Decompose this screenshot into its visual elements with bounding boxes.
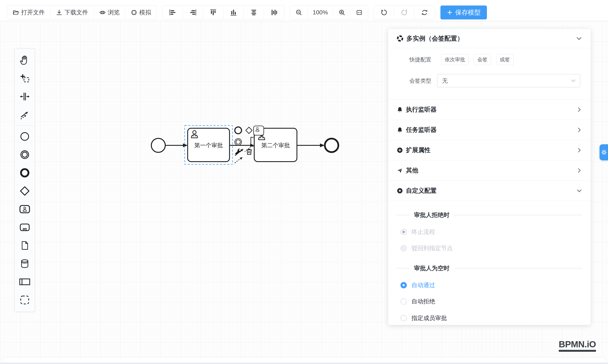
radio-icon[interactable] — [400, 229, 407, 235]
zoom-group: 100% — [290, 5, 368, 19]
append-end-event-icon[interactable] — [235, 127, 241, 134]
bpmn-modeler-app: 打开文件 下载文件 浏览 模 — [0, 0, 608, 364]
download-file-button[interactable]: 下载文件 — [51, 6, 94, 19]
radio-auto-reject[interactable]: 自动拒绝 — [388, 294, 591, 309]
distribute-rows-button[interactable] — [244, 6, 264, 19]
palette-participant-pool[interactable] — [14, 273, 35, 291]
empty-approver-subheader-title: 审批人为空时 — [414, 264, 449, 272]
quick-option-sequential-button[interactable]: 依次审批 — [441, 54, 469, 65]
zoom-level: 100% — [307, 6, 333, 19]
sequence-flow-3[interactable] — [297, 143, 325, 147]
palette-space-tool[interactable] — [14, 88, 35, 106]
fit-viewport-icon — [356, 9, 362, 16]
undo-button[interactable] — [374, 6, 394, 19]
palette-group[interactable] — [14, 291, 35, 309]
append-gateway-icon[interactable] — [246, 127, 252, 133]
panel-header[interactable]: 多实例（会签配置） — [388, 29, 591, 48]
align-bottom-button[interactable] — [223, 6, 244, 19]
reset-button[interactable] — [414, 6, 435, 19]
section-custom-config[interactable]: 自定义配置 — [388, 181, 591, 201]
palette-hand-tool[interactable] — [14, 51, 35, 69]
palette-global-connect-tool[interactable] — [14, 106, 35, 124]
save-model-button[interactable]: 保存模型 — [440, 5, 487, 19]
gear-icon — [601, 149, 607, 156]
quick-option-countersign-button[interactable]: 会签 — [474, 54, 491, 65]
sequence-flow-2[interactable] — [229, 144, 254, 147]
open-file-button[interactable]: 打开文件 — [7, 6, 51, 19]
radio-auto-pass[interactable]: 自动通过 — [388, 278, 591, 293]
chip-icon — [131, 9, 137, 16]
reject-subheader: 审批人拒绝时 — [388, 208, 591, 222]
radio-icon[interactable] — [400, 298, 407, 305]
task-first-approval[interactable]: 第一个审批 — [188, 128, 229, 162]
radio-label: 自动拒绝 — [411, 298, 435, 305]
reject-subheader-title: 审批人拒绝时 — [414, 211, 449, 219]
redo-button[interactable] — [394, 6, 414, 19]
save-model-label: 保存模型 — [455, 8, 481, 17]
section-execution-listener[interactable]: 执行监听器 — [388, 100, 591, 120]
radio-icon[interactable] — [400, 245, 407, 251]
browse-label: 浏览 — [108, 8, 120, 16]
delete-trash-icon[interactable] — [246, 149, 252, 155]
plus-circle-icon — [397, 147, 403, 153]
section-task-listener[interactable]: 任务监听器 — [388, 120, 591, 140]
quick-option-orsign-button[interactable]: 或签 — [496, 54, 514, 65]
palette-lasso-tool[interactable] — [14, 69, 35, 88]
zoom-in-button[interactable] — [333, 6, 351, 19]
palette-start-event[interactable] — [14, 127, 35, 145]
palette-user-task[interactable] — [14, 200, 35, 218]
radio-icon[interactable] — [400, 315, 407, 321]
redo-icon — [401, 9, 408, 16]
palette-end-event[interactable] — [14, 164, 35, 182]
radio-terminate-process[interactable]: 终止流程 — [388, 225, 591, 239]
horizontal-scrollbar[interactable] — [2, 357, 606, 363]
panel-title: 多实例（会签配置） — [406, 34, 463, 43]
tool-palette — [14, 48, 35, 312]
palette-intermediate-event[interactable] — [14, 145, 35, 164]
open-file-label: 打开文件 — [21, 8, 45, 16]
radio-label: 驳回到指定节点 — [411, 244, 453, 252]
plus-icon — [447, 10, 453, 15]
radio-icon[interactable] — [400, 282, 407, 288]
file-actions-group: 打开文件 下载文件 浏览 模 — [7, 5, 157, 19]
palette-subprocess[interactable] — [14, 218, 35, 236]
browse-button[interactable]: 浏览 — [94, 6, 125, 19]
distribute-rows-icon — [250, 9, 257, 16]
align-top-button[interactable] — [203, 6, 223, 19]
section-other[interactable]: 其他 — [388, 160, 591, 181]
palette-data-store[interactable] — [14, 255, 35, 273]
palette-data-object[interactable] — [14, 236, 35, 255]
distribute-columns-button[interactable] — [264, 6, 284, 19]
align-right-button[interactable] — [183, 6, 203, 19]
quick-config-buttons: 依次审批 会签 或签 — [441, 54, 514, 65]
settings-tab[interactable] — [600, 144, 608, 160]
radio-assign-member[interactable]: 指定成员审批 — [388, 311, 591, 325]
radio-return-to-node[interactable]: 驳回到指定节点 — [388, 241, 591, 256]
undo-icon — [381, 9, 387, 16]
quick-config-row: 快捷配置 依次审批 会签 或签 — [388, 51, 591, 68]
append-intermediate-event-icon[interactable] — [235, 139, 241, 145]
align-left-button[interactable] — [162, 6, 183, 19]
section-extension-properties[interactable]: 扩展属性 — [388, 140, 591, 160]
task2-label: 第二个审批 — [261, 142, 290, 148]
chevron-right-icon — [576, 127, 582, 133]
append-task-icon[interactable] — [254, 126, 264, 135]
folder-icon — [13, 9, 19, 16]
bell-icon — [397, 106, 403, 113]
palette-gateway[interactable] — [14, 182, 35, 200]
bpmn-io-logo[interactable]: BPMN.iO — [559, 339, 596, 352]
end-event[interactable] — [325, 139, 338, 152]
section-label: 其他 — [406, 166, 418, 175]
history-group — [374, 5, 435, 19]
fit-viewport-button[interactable] — [351, 6, 368, 19]
zoom-out-button[interactable] — [290, 6, 307, 19]
chevron-down-icon — [571, 78, 576, 83]
chevron-down-icon — [576, 35, 582, 42]
sequence-flow-1[interactable] — [165, 143, 188, 147]
download-icon — [56, 9, 62, 16]
start-event[interactable] — [151, 138, 165, 152]
sign-type-select[interactable]: 无 — [437, 74, 580, 88]
reset-icon — [421, 9, 428, 16]
properties-panel: 多实例（会签配置） 快捷配置 依次审批 会签 或签 会签类型 无 执行监听器 — [388, 29, 591, 325]
simulate-button[interactable]: 模拟 — [125, 6, 157, 19]
